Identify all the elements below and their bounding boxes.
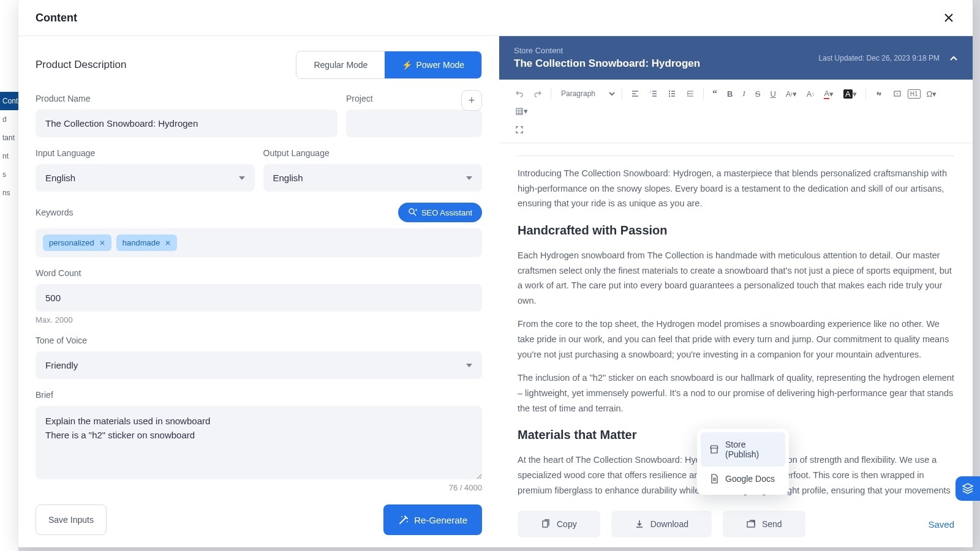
keywords-label: Keywords — [36, 208, 73, 217]
content-paragraph: Introducing The Collection Snowboard: Hy… — [518, 166, 954, 211]
power-mode-label: Power Mode — [416, 60, 464, 70]
undo-button[interactable] — [511, 87, 527, 100]
modal-title: Content — [36, 12, 77, 24]
power-mode-button[interactable]: ⚡ Power Mode — [385, 51, 481, 78]
text-color-button[interactable]: A▾ — [820, 86, 837, 102]
svg-rect-9 — [543, 521, 548, 527]
floating-layers-button[interactable] — [956, 476, 980, 501]
italic-button[interactable]: I — [739, 86, 748, 101]
form-panel: Product Description Regular Mode ⚡ Power… — [18, 36, 499, 547]
send-icon — [746, 519, 756, 529]
input-language-select[interactable] — [36, 164, 255, 192]
store-icon — [709, 444, 719, 454]
redo-button[interactable] — [530, 87, 546, 100]
keyword-tag: handmade ✕ — [116, 234, 177, 251]
table-button[interactable]: ▾ — [511, 104, 532, 118]
keyword-text: personalized — [49, 238, 94, 247]
bolt-icon: ⚡ — [402, 60, 412, 70]
collapse-button[interactable] — [949, 55, 958, 61]
highlight-button[interactable]: A▾ — [840, 87, 861, 101]
store-publish-option[interactable]: Store (Publish) — [701, 432, 785, 467]
remove-keyword-button[interactable]: ✕ — [165, 239, 171, 247]
link-button[interactable] — [871, 87, 887, 100]
indent-button[interactable] — [682, 87, 698, 100]
strike-button[interactable]: S — [752, 87, 764, 101]
svg-point-1 — [401, 516, 402, 517]
svg-point-2 — [407, 521, 408, 522]
content-paragraph: The inclusion of a "h2" sticker on each … — [518, 370, 954, 416]
editor-doc-title: The Collection Snowboard: Hydrogen — [514, 58, 700, 70]
saved-status: Saved — [928, 519, 954, 530]
word-count-hint: Max. 2000 — [36, 315, 482, 324]
add-project-button[interactable]: + — [461, 90, 482, 111]
project-input[interactable] — [346, 110, 482, 137]
tone-select[interactable] — [36, 351, 482, 379]
google-docs-label: Google Docs — [725, 474, 775, 484]
wand-icon — [398, 514, 409, 525]
svg-rect-8 — [516, 108, 522, 114]
download-label: Download — [650, 519, 688, 529]
backdrop-nav-item: nt — [0, 147, 18, 165]
content-paragraph: Each Hydrogen snowboard from The Collect… — [518, 248, 954, 309]
backdrop-nav-item: s — [0, 165, 18, 184]
product-name-input[interactable] — [36, 110, 337, 137]
brief-textarea[interactable] — [36, 406, 482, 479]
bullet-list-button[interactable] — [664, 87, 680, 100]
fullscreen-button[interactable] — [511, 123, 527, 137]
align-button[interactable] — [627, 87, 643, 100]
brief-char-count: 76 / 4000 — [36, 483, 482, 492]
editor-breadcrumb: Store Content — [514, 46, 700, 55]
google-docs-option[interactable]: Google Docs — [701, 467, 785, 491]
save-inputs-button[interactable]: Save Inputs — [36, 504, 107, 535]
backdrop-nav-item: d — [0, 110, 18, 129]
svg-point-0 — [409, 209, 414, 214]
font-size-button[interactable]: AI▾ — [782, 87, 801, 101]
bold-button[interactable]: B — [723, 87, 736, 101]
send-button[interactable]: Send — [723, 511, 805, 538]
output-language-label: Output Language — [263, 148, 483, 158]
copy-button[interactable]: Copy — [518, 511, 600, 538]
underline-button[interactable]: U — [766, 87, 779, 101]
close-button[interactable] — [942, 11, 956, 24]
tone-label: Tone of Voice — [36, 335, 482, 345]
editor-toolbar: Paragraph 1 “ B I S U AI▾ A↕ A▾ A▾ H1 — [499, 80, 973, 143]
output-language-select[interactable] — [263, 164, 483, 192]
copy-icon — [541, 519, 551, 529]
brief-label: Brief — [36, 390, 482, 400]
superscript-button[interactable]: A↕ — [803, 87, 818, 101]
last-updated: Last Updated: Dec 26, 2023 9:18 PM — [819, 54, 940, 62]
word-count-input[interactable] — [36, 284, 482, 312]
send-label: Send — [762, 519, 782, 529]
special-char-button[interactable]: Ω▾ — [923, 87, 941, 101]
heading-button[interactable]: H1 — [908, 89, 921, 99]
seo-assistant-button[interactable]: SEO Assistant — [398, 203, 482, 222]
svg-text:1: 1 — [650, 90, 652, 93]
svg-point-5 — [669, 93, 670, 94]
content-paragraph: From the core to the top sheet, the Hydr… — [518, 317, 954, 362]
keyword-text: handmade — [123, 238, 160, 247]
seo-assistant-label: SEO Assistant — [421, 208, 472, 217]
backdrop-nav-item: ns — [0, 184, 18, 202]
mode-toggle: Regular Mode ⚡ Power Mode — [296, 51, 482, 79]
download-button[interactable]: Download — [611, 511, 712, 538]
regenerate-label: Re-Generate — [414, 515, 467, 525]
seo-icon — [408, 208, 418, 217]
media-button[interactable] — [889, 87, 905, 100]
word-count-label: Word Count — [36, 268, 482, 278]
svg-point-4 — [669, 91, 670, 92]
product-name-label: Product Name — [36, 94, 337, 103]
keywords-container[interactable]: personalized ✕ handmade ✕ — [36, 228, 482, 257]
quote-button[interactable]: “ — [709, 86, 721, 102]
svg-point-6 — [669, 96, 670, 97]
remove-keyword-button[interactable]: ✕ — [99, 239, 105, 247]
section-title: Product Description — [36, 59, 126, 71]
content-heading: Handcrafted with Passion — [518, 220, 954, 241]
block-format-select[interactable]: Paragraph — [556, 88, 617, 100]
regular-mode-button[interactable]: Regular Mode — [296, 51, 385, 78]
backdrop-nav-item: tant — [0, 129, 18, 147]
copy-label: Copy — [557, 519, 577, 529]
regenerate-button[interactable]: Re-Generate — [383, 504, 482, 535]
keyword-tag: personalized ✕ — [43, 234, 111, 251]
ordered-list-button[interactable]: 1 — [646, 87, 662, 100]
input-language-label: Input Language — [36, 148, 255, 158]
